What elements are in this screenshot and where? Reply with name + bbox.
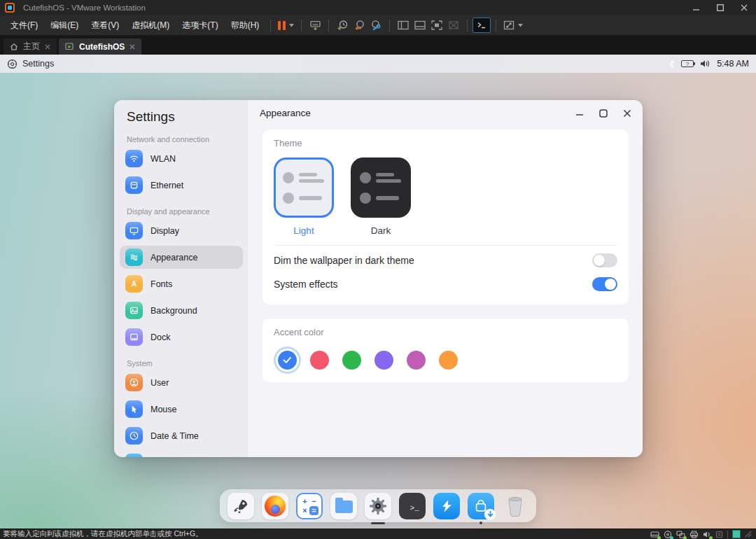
terminal-prompt: >_: [410, 504, 419, 512]
status-separator: [727, 531, 728, 538]
clock-label[interactable]: 5:48 AM: [717, 59, 749, 69]
revert-snapshot-button[interactable]: [351, 17, 368, 34]
menu-vm[interactable]: 虚拟机(M): [125, 15, 176, 35]
dock-terminal-icon[interactable]: >_: [399, 493, 426, 519]
sound-device-icon[interactable]: [703, 531, 711, 538]
dock-files-icon[interactable]: [330, 493, 357, 519]
theme-label[interactable]: Dark: [371, 225, 391, 236]
show-library-button[interactable]: [395, 17, 412, 34]
sidebar-item-label: Fonts: [150, 279, 172, 289]
dim-wallpaper-row: Dim the wallpaper in dark theme: [274, 248, 617, 272]
console-view-button-active[interactable]: [472, 18, 491, 33]
tab-home[interactable]: 主页: [4, 38, 57, 55]
maximize-button[interactable]: [708, 0, 732, 15]
menu-help[interactable]: 帮助(H): [225, 15, 266, 35]
sidebar-title: Settings: [120, 109, 243, 125]
minimize-button[interactable]: [575, 109, 584, 118]
stretch-guest-button[interactable]: [501, 17, 525, 34]
dock-launcher-icon[interactable]: [227, 493, 254, 519]
download-badge: [484, 509, 496, 520]
printer-device-icon[interactable]: [690, 531, 699, 538]
chevron-down-icon: [289, 24, 294, 27]
dock-firefox-icon[interactable]: [262, 493, 288, 519]
theme-option-dark[interactable]: Dark: [351, 158, 411, 236]
running-indicator: [371, 522, 385, 524]
dock-settings-icon[interactable]: [365, 493, 391, 519]
cdrom-device-icon[interactable]: [664, 531, 672, 538]
maximize-button[interactable]: [599, 109, 608, 118]
network-device-icon[interactable]: [676, 531, 685, 538]
accent-swatch-red[interactable]: [310, 351, 329, 370]
sidebar-item-label: Mouse: [150, 405, 177, 414]
tab-close-icon[interactable]: [130, 44, 135, 50]
suspend-vm-button[interactable]: [276, 17, 296, 34]
tab-close-icon[interactable]: [45, 44, 50, 50]
dark-theme-thumbnail[interactable]: [351, 158, 411, 218]
accent-swatch-magenta[interactable]: [407, 351, 426, 370]
close-button[interactable]: [732, 0, 756, 15]
system-effects-toggle[interactable]: [592, 277, 617, 291]
accent-swatch-orange[interactable]: [439, 351, 458, 370]
vm-state-indicator[interactable]: [732, 530, 741, 538]
section-label: Network and connection: [120, 135, 243, 144]
accent-swatch-purple[interactable]: [374, 351, 393, 370]
sidebar-item-background[interactable]: Background: [120, 299, 243, 322]
panel-window-controls: [575, 109, 631, 118]
harddisk-device-icon[interactable]: [650, 531, 659, 538]
accent-color-card: Accent color: [262, 318, 629, 382]
send-ctrl-alt-del-button[interactable]: [307, 17, 323, 34]
minimize-button[interactable]: [685, 0, 708, 15]
toggle-label: System effects: [274, 279, 338, 290]
dock-trash-icon[interactable]: [502, 493, 528, 519]
usb-device-icon[interactable]: [715, 531, 723, 538]
settings-sidebar: Settings Network and connection WLAN Eth…: [114, 100, 248, 457]
topbar-app-label[interactable]: Settings: [22, 59, 668, 69]
close-button[interactable]: [623, 109, 631, 118]
settings-app-icon: [7, 59, 18, 69]
trash-can-icon: [505, 495, 526, 517]
window-title: CutefishOS - VMware Workstation: [23, 4, 685, 12]
accent-color-options: [274, 348, 617, 374]
accent-swatch-blue[interactable]: [278, 351, 297, 370]
sidebar-item-user[interactable]: User: [120, 371, 243, 394]
sidebar-item-wlan[interactable]: WLAN: [120, 147, 243, 170]
toolbar-separator: [496, 20, 496, 31]
chevron-down-icon: [518, 24, 523, 27]
volume-icon[interactable]: [700, 59, 710, 68]
battery-icon[interactable]: ?: [681, 60, 694, 67]
dim-wallpaper-toggle[interactable]: [592, 253, 617, 267]
sidebar-item-language[interactable]: Language: [120, 451, 243, 457]
menu-tabs[interactable]: 选项卡(T): [176, 15, 224, 35]
show-thumbnail-bar-button[interactable]: [412, 17, 428, 34]
dock-cutefish-app-icon[interactable]: [433, 493, 460, 519]
dock-calculator-icon[interactable]: +− ×=: [296, 493, 323, 519]
sidebar-item-appearance[interactable]: Appearance: [120, 246, 243, 269]
sidebar-item-mouse[interactable]: Mouse: [120, 398, 243, 421]
sidebar-item-label: Background: [150, 306, 197, 316]
tab-cutefishos[interactable]: CutefishOS: [59, 38, 141, 55]
topbar-status-area: ? 5:48 AM: [668, 59, 749, 69]
fullscreen-frame-icon: [431, 20, 442, 30]
light-theme-thumbnail[interactable]: [274, 158, 334, 218]
accent-swatch-green[interactable]: [342, 351, 361, 370]
sidebar-item-ethernet[interactable]: Ethernet: [120, 174, 243, 197]
theme-option-light[interactable]: Light: [274, 158, 334, 236]
manage-snapshots-button[interactable]: [368, 17, 384, 34]
sidebar-item-display[interactable]: Display: [120, 219, 243, 242]
theme-label[interactable]: Light: [293, 225, 314, 236]
sidebar-item-datetime[interactable]: Date & Time: [120, 424, 243, 447]
bluetooth-icon[interactable]: [668, 59, 675, 69]
sidebar-item-dock[interactable]: Dock: [120, 326, 243, 349]
dock-appstore-icon[interactable]: [468, 493, 494, 519]
fullscreen-button[interactable]: [428, 17, 445, 34]
take-snapshot-button[interactable]: [334, 17, 351, 34]
theme-options: Light Dark: [274, 158, 617, 236]
sidebar-item-fonts[interactable]: A Fonts: [120, 272, 243, 295]
panel-titlebar: Appearance: [248, 100, 643, 126]
os-topbar: Settings ? 5:48 AM: [0, 55, 756, 73]
menu-edit[interactable]: 编辑(E): [44, 15, 85, 35]
resize-diagonal-icon: [503, 20, 514, 30]
menu-view[interactable]: 查看(V): [85, 15, 125, 35]
menu-file[interactable]: 文件(F): [4, 15, 44, 35]
resize-grip[interactable]: [745, 531, 752, 538]
